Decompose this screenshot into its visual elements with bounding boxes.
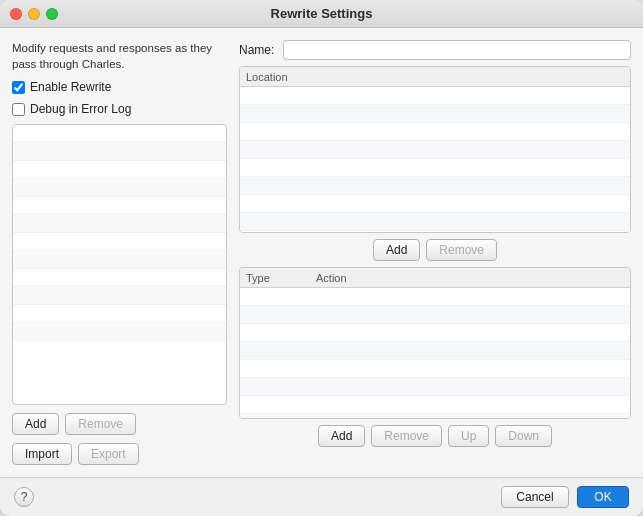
down-button[interactable]: Down	[495, 425, 552, 447]
table-row	[240, 306, 630, 324]
list-item	[13, 305, 226, 323]
table-row	[240, 195, 630, 213]
name-row: Name:	[239, 40, 631, 60]
location-buttons: Add Remove	[239, 239, 631, 261]
remove-location-button[interactable]: Remove	[426, 239, 497, 261]
action-table-header: Type Action	[240, 268, 630, 288]
left-panel: Modify requests and responses as they pa…	[12, 40, 227, 465]
location-table-body[interactable]	[240, 87, 630, 232]
table-row	[240, 105, 630, 123]
ok-button[interactable]: OK	[577, 486, 629, 508]
action-buttons: Add Remove Up Down	[239, 425, 631, 447]
add-action-button[interactable]: Add	[318, 425, 365, 447]
list-item	[13, 269, 226, 287]
cancel-button[interactable]: Cancel	[501, 486, 569, 508]
main-content: Modify requests and responses as they pa…	[0, 28, 643, 477]
footer-buttons: Cancel OK	[501, 486, 629, 508]
table-row	[240, 342, 630, 360]
list-item	[13, 125, 226, 143]
close-button[interactable]	[10, 8, 22, 20]
traffic-lights	[10, 8, 58, 20]
remove-rule-button[interactable]: Remove	[65, 413, 136, 435]
table-row	[240, 231, 630, 232]
enable-rewrite-row: Enable Rewrite	[12, 80, 227, 94]
table-row	[240, 414, 630, 418]
description-text: Modify requests and responses as they pa…	[12, 40, 227, 72]
location-table-header: Location	[240, 67, 630, 87]
table-row	[240, 87, 630, 105]
action-type-header-cell: Type	[246, 272, 316, 284]
list-item	[13, 287, 226, 305]
maximize-button[interactable]	[46, 8, 58, 20]
rewrite-rules-list[interactable]	[12, 124, 227, 405]
window-title: Rewrite Settings	[271, 6, 373, 21]
list-item	[13, 143, 226, 161]
bottom-bar: ? Cancel OK	[0, 477, 643, 516]
action-table: Type Action	[239, 267, 631, 419]
table-row	[240, 324, 630, 342]
list-item	[13, 233, 226, 251]
enable-rewrite-label[interactable]: Enable Rewrite	[30, 80, 111, 94]
export-button[interactable]: Export	[78, 443, 139, 465]
remove-action-button[interactable]: Remove	[371, 425, 442, 447]
table-row	[240, 396, 630, 414]
import-export-buttons: Import Export	[12, 443, 227, 465]
enable-rewrite-checkbox[interactable]	[12, 81, 25, 94]
list-item	[13, 197, 226, 215]
table-row	[240, 159, 630, 177]
table-row	[240, 378, 630, 396]
location-header-cell: Location	[246, 71, 288, 83]
action-action-header-cell: Action	[316, 272, 347, 284]
location-table: Location	[239, 66, 631, 233]
action-table-body[interactable]	[240, 288, 630, 418]
list-item	[13, 215, 226, 233]
table-row	[240, 288, 630, 306]
name-label: Name:	[239, 43, 277, 57]
import-button[interactable]: Import	[12, 443, 72, 465]
list-action-buttons: Add Remove	[12, 413, 227, 435]
add-rule-button[interactable]: Add	[12, 413, 59, 435]
table-row	[240, 177, 630, 195]
table-row	[240, 213, 630, 231]
right-panel: Name: Location	[239, 40, 631, 465]
window: Rewrite Settings Modify requests and res…	[0, 0, 643, 516]
list-item	[13, 251, 226, 269]
debug-error-log-row: Debug in Error Log	[12, 102, 227, 116]
up-button[interactable]: Up	[448, 425, 489, 447]
table-row	[240, 123, 630, 141]
list-item	[13, 179, 226, 197]
debug-error-log-checkbox[interactable]	[12, 103, 25, 116]
name-input[interactable]	[283, 40, 631, 60]
list-item	[13, 323, 226, 341]
minimize-button[interactable]	[28, 8, 40, 20]
titlebar: Rewrite Settings	[0, 0, 643, 28]
debug-error-log-label[interactable]: Debug in Error Log	[30, 102, 131, 116]
list-item	[13, 161, 226, 179]
table-row	[240, 360, 630, 378]
help-button[interactable]: ?	[14, 487, 34, 507]
table-row	[240, 141, 630, 159]
add-location-button[interactable]: Add	[373, 239, 420, 261]
